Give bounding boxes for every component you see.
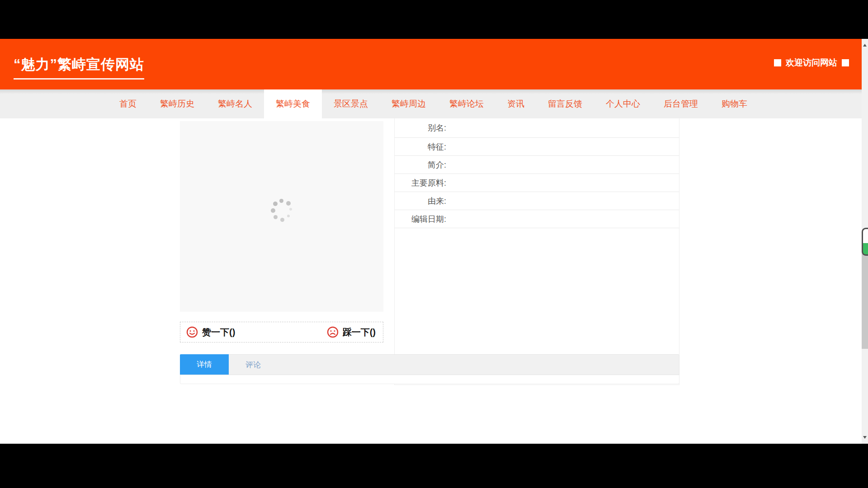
smiley-face-icon: [186, 326, 198, 338]
nav-item-history[interactable]: 繁峙历史: [148, 89, 206, 118]
triangle-up-icon: [863, 44, 867, 47]
field-label-intro: 简介:: [395, 160, 446, 170]
nav-item-feedback[interactable]: 留言反馈: [536, 89, 594, 118]
field-label-origin: 由来:: [395, 196, 446, 206]
scroll-down-button[interactable]: [862, 434, 868, 441]
browser-viewport: “魅力”繁峙宣传网站 欢迎访问网站 首页 繁峙历史 繁峙名人 繁峙美食 景区景点…: [0, 39, 862, 444]
nav-item-news[interactable]: 资讯: [495, 89, 536, 118]
content-area: 别名: 特征: 简介: 主要原料: 由来: 编辑日期:: [0, 118, 862, 444]
nav-item-scenic-spots[interactable]: 景区景点: [322, 89, 380, 118]
food-detail-table: 别名: 特征: 简介: 主要原料: 由来: 编辑日期:: [394, 118, 679, 385]
like-label: 赞一下(): [202, 326, 235, 338]
nav-item-surroundings[interactable]: 繁峙周边: [380, 89, 438, 118]
table-row: 简介:: [395, 156, 679, 174]
like-button[interactable]: 赞一下(): [186, 326, 235, 338]
loading-spinner: [270, 199, 294, 222]
nav-item-celebrities[interactable]: 繁峙名人: [206, 89, 264, 118]
table-row: 特征:: [395, 138, 679, 156]
site-title: “魅力”繁峙宣传网站: [14, 55, 144, 80]
sad-face-icon: [327, 326, 339, 338]
scroll-up-button[interactable]: [862, 42, 868, 49]
field-label-edit-date: 编辑日期:: [395, 214, 446, 225]
detail-comment-tabs: 详情 评论: [180, 354, 679, 384]
nav-item-forum[interactable]: 繁峙论坛: [438, 89, 495, 118]
site-header: “魅力”繁峙宣传网站 欢迎访问网站: [0, 39, 862, 89]
table-row: 编辑日期:: [395, 210, 679, 228]
square-glyph: [842, 59, 849, 66]
nav-item-personal-center[interactable]: 个人中心: [594, 89, 652, 118]
dislike-label: 踩一下(): [343, 326, 376, 338]
welcome-banner: 欢迎访问网站: [774, 57, 849, 69]
tab-comments[interactable]: 评论: [229, 355, 278, 375]
table-row: 别名:: [395, 118, 679, 138]
welcome-text: 欢迎访问网站: [786, 57, 837, 69]
vote-strip: 赞一下() 踩一下(): [180, 322, 383, 343]
tab-details[interactable]: 详情: [180, 354, 229, 375]
table-row: 由来:: [395, 192, 679, 210]
field-label-ingredients: 主要原料:: [395, 178, 446, 188]
table-row: 主要原料:: [395, 174, 679, 192]
battery-indicator-widget: [862, 228, 868, 256]
tab-strip: 详情 评论: [180, 354, 679, 375]
square-glyph: [774, 59, 781, 66]
nav-item-home[interactable]: 首页: [108, 89, 148, 118]
nav-item-cart[interactable]: 购物车: [710, 89, 759, 118]
tab-content-empty: [180, 375, 679, 384]
main-nav: 首页 繁峙历史 繁峙名人 繁峙美食 景区景点 繁峙周边 繁峙论坛 资讯 留言反馈…: [0, 89, 862, 118]
food-image-placeholder: [180, 121, 383, 312]
dislike-button[interactable]: 踩一下(): [327, 326, 376, 338]
nav-item-food[interactable]: 繁峙美食: [264, 89, 322, 118]
scrollbar-thumb[interactable]: [862, 243, 868, 349]
nav-item-admin[interactable]: 后台管理: [652, 89, 710, 118]
triangle-down-icon: [863, 436, 867, 439]
field-label-features: 特征:: [395, 141, 446, 152]
field-label-alias: 别名:: [395, 122, 446, 133]
